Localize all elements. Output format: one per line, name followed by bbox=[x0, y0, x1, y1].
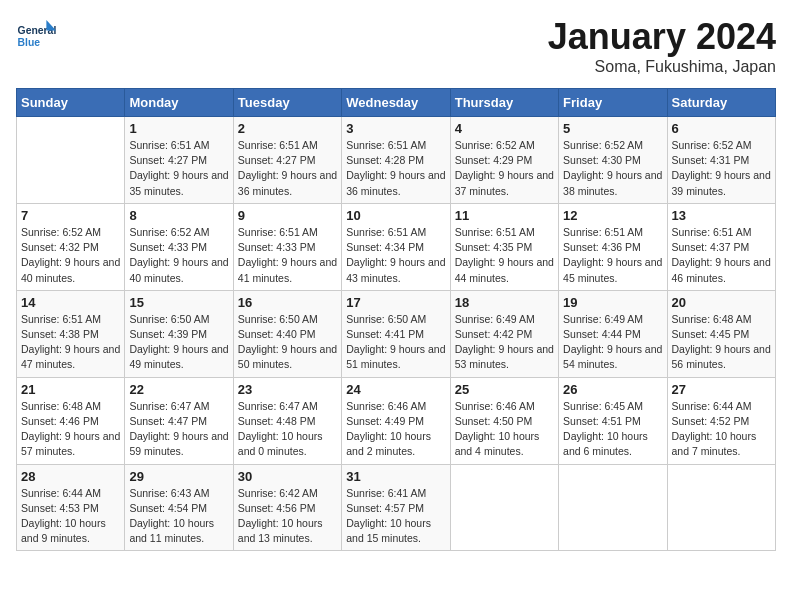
calendar-cell: 14Sunrise: 6:51 AMSunset: 4:38 PMDayligh… bbox=[17, 290, 125, 377]
header-tuesday: Tuesday bbox=[233, 89, 341, 117]
day-info: Sunrise: 6:44 AMSunset: 4:53 PMDaylight:… bbox=[21, 486, 120, 547]
day-number: 6 bbox=[672, 121, 771, 136]
calendar-cell: 28Sunrise: 6:44 AMSunset: 4:53 PMDayligh… bbox=[17, 464, 125, 551]
day-info: Sunrise: 6:52 AMSunset: 4:33 PMDaylight:… bbox=[129, 225, 228, 286]
day-info: Sunrise: 6:52 AMSunset: 4:31 PMDaylight:… bbox=[672, 138, 771, 199]
month-title: January 2024 bbox=[548, 16, 776, 58]
calendar-week-1: 1Sunrise: 6:51 AMSunset: 4:27 PMDaylight… bbox=[17, 117, 776, 204]
day-number: 15 bbox=[129, 295, 228, 310]
day-number: 3 bbox=[346, 121, 445, 136]
header-monday: Monday bbox=[125, 89, 233, 117]
day-number: 25 bbox=[455, 382, 554, 397]
calendar-cell bbox=[450, 464, 558, 551]
svg-text:Blue: Blue bbox=[18, 37, 41, 48]
calendar-week-4: 21Sunrise: 6:48 AMSunset: 4:46 PMDayligh… bbox=[17, 377, 776, 464]
header-sunday: Sunday bbox=[17, 89, 125, 117]
calendar-week-2: 7Sunrise: 6:52 AMSunset: 4:32 PMDaylight… bbox=[17, 203, 776, 290]
day-info: Sunrise: 6:50 AMSunset: 4:39 PMDaylight:… bbox=[129, 312, 228, 373]
title-block: January 2024 Soma, Fukushima, Japan bbox=[548, 16, 776, 76]
day-number: 12 bbox=[563, 208, 662, 223]
day-info: Sunrise: 6:44 AMSunset: 4:52 PMDaylight:… bbox=[672, 399, 771, 460]
day-number: 19 bbox=[563, 295, 662, 310]
calendar-week-5: 28Sunrise: 6:44 AMSunset: 4:53 PMDayligh… bbox=[17, 464, 776, 551]
day-number: 27 bbox=[672, 382, 771, 397]
logo: General Blue bbox=[16, 16, 60, 56]
calendar-table: Sunday Monday Tuesday Wednesday Thursday… bbox=[16, 88, 776, 551]
calendar-cell: 29Sunrise: 6:43 AMSunset: 4:54 PMDayligh… bbox=[125, 464, 233, 551]
day-info: Sunrise: 6:43 AMSunset: 4:54 PMDaylight:… bbox=[129, 486, 228, 547]
day-info: Sunrise: 6:51 AMSunset: 4:35 PMDaylight:… bbox=[455, 225, 554, 286]
day-info: Sunrise: 6:51 AMSunset: 4:37 PMDaylight:… bbox=[672, 225, 771, 286]
calendar-cell: 22Sunrise: 6:47 AMSunset: 4:47 PMDayligh… bbox=[125, 377, 233, 464]
calendar-cell: 10Sunrise: 6:51 AMSunset: 4:34 PMDayligh… bbox=[342, 203, 450, 290]
day-info: Sunrise: 6:51 AMSunset: 4:33 PMDaylight:… bbox=[238, 225, 337, 286]
calendar-cell: 21Sunrise: 6:48 AMSunset: 4:46 PMDayligh… bbox=[17, 377, 125, 464]
calendar-cell: 9Sunrise: 6:51 AMSunset: 4:33 PMDaylight… bbox=[233, 203, 341, 290]
calendar-cell: 18Sunrise: 6:49 AMSunset: 4:42 PMDayligh… bbox=[450, 290, 558, 377]
day-info: Sunrise: 6:48 AMSunset: 4:45 PMDaylight:… bbox=[672, 312, 771, 373]
day-number: 5 bbox=[563, 121, 662, 136]
calendar-cell: 23Sunrise: 6:47 AMSunset: 4:48 PMDayligh… bbox=[233, 377, 341, 464]
day-info: Sunrise: 6:52 AMSunset: 4:29 PMDaylight:… bbox=[455, 138, 554, 199]
day-info: Sunrise: 6:45 AMSunset: 4:51 PMDaylight:… bbox=[563, 399, 662, 460]
calendar-cell: 30Sunrise: 6:42 AMSunset: 4:56 PMDayligh… bbox=[233, 464, 341, 551]
calendar-cell: 26Sunrise: 6:45 AMSunset: 4:51 PMDayligh… bbox=[559, 377, 667, 464]
day-number: 29 bbox=[129, 469, 228, 484]
day-number: 24 bbox=[346, 382, 445, 397]
day-number: 31 bbox=[346, 469, 445, 484]
day-number: 14 bbox=[21, 295, 120, 310]
day-number: 26 bbox=[563, 382, 662, 397]
day-number: 22 bbox=[129, 382, 228, 397]
day-info: Sunrise: 6:51 AMSunset: 4:34 PMDaylight:… bbox=[346, 225, 445, 286]
calendar-cell: 6Sunrise: 6:52 AMSunset: 4:31 PMDaylight… bbox=[667, 117, 775, 204]
day-info: Sunrise: 6:52 AMSunset: 4:30 PMDaylight:… bbox=[563, 138, 662, 199]
day-info: Sunrise: 6:50 AMSunset: 4:41 PMDaylight:… bbox=[346, 312, 445, 373]
calendar-cell: 7Sunrise: 6:52 AMSunset: 4:32 PMDaylight… bbox=[17, 203, 125, 290]
day-info: Sunrise: 6:42 AMSunset: 4:56 PMDaylight:… bbox=[238, 486, 337, 547]
day-number: 18 bbox=[455, 295, 554, 310]
day-info: Sunrise: 6:47 AMSunset: 4:48 PMDaylight:… bbox=[238, 399, 337, 460]
day-number: 11 bbox=[455, 208, 554, 223]
day-info: Sunrise: 6:49 AMSunset: 4:44 PMDaylight:… bbox=[563, 312, 662, 373]
calendar-cell: 17Sunrise: 6:50 AMSunset: 4:41 PMDayligh… bbox=[342, 290, 450, 377]
header-wednesday: Wednesday bbox=[342, 89, 450, 117]
calendar-cell: 2Sunrise: 6:51 AMSunset: 4:27 PMDaylight… bbox=[233, 117, 341, 204]
day-info: Sunrise: 6:47 AMSunset: 4:47 PMDaylight:… bbox=[129, 399, 228, 460]
day-info: Sunrise: 6:51 AMSunset: 4:27 PMDaylight:… bbox=[238, 138, 337, 199]
logo-icon: General Blue bbox=[16, 16, 56, 56]
day-info: Sunrise: 6:41 AMSunset: 4:57 PMDaylight:… bbox=[346, 486, 445, 547]
calendar-cell: 20Sunrise: 6:48 AMSunset: 4:45 PMDayligh… bbox=[667, 290, 775, 377]
header-thursday: Thursday bbox=[450, 89, 558, 117]
day-number: 17 bbox=[346, 295, 445, 310]
day-info: Sunrise: 6:46 AMSunset: 4:49 PMDaylight:… bbox=[346, 399, 445, 460]
day-number: 10 bbox=[346, 208, 445, 223]
header-friday: Friday bbox=[559, 89, 667, 117]
day-number: 13 bbox=[672, 208, 771, 223]
calendar-cell: 27Sunrise: 6:44 AMSunset: 4:52 PMDayligh… bbox=[667, 377, 775, 464]
day-info: Sunrise: 6:50 AMSunset: 4:40 PMDaylight:… bbox=[238, 312, 337, 373]
calendar-cell: 8Sunrise: 6:52 AMSunset: 4:33 PMDaylight… bbox=[125, 203, 233, 290]
calendar-week-3: 14Sunrise: 6:51 AMSunset: 4:38 PMDayligh… bbox=[17, 290, 776, 377]
day-number: 23 bbox=[238, 382, 337, 397]
day-info: Sunrise: 6:48 AMSunset: 4:46 PMDaylight:… bbox=[21, 399, 120, 460]
header-saturday: Saturday bbox=[667, 89, 775, 117]
day-info: Sunrise: 6:46 AMSunset: 4:50 PMDaylight:… bbox=[455, 399, 554, 460]
calendar-cell: 15Sunrise: 6:50 AMSunset: 4:39 PMDayligh… bbox=[125, 290, 233, 377]
calendar-cell: 12Sunrise: 6:51 AMSunset: 4:36 PMDayligh… bbox=[559, 203, 667, 290]
calendar-cell bbox=[17, 117, 125, 204]
calendar-cell: 3Sunrise: 6:51 AMSunset: 4:28 PMDaylight… bbox=[342, 117, 450, 204]
day-info: Sunrise: 6:49 AMSunset: 4:42 PMDaylight:… bbox=[455, 312, 554, 373]
day-number: 1 bbox=[129, 121, 228, 136]
day-number: 30 bbox=[238, 469, 337, 484]
day-info: Sunrise: 6:51 AMSunset: 4:36 PMDaylight:… bbox=[563, 225, 662, 286]
calendar-cell bbox=[667, 464, 775, 551]
day-number: 4 bbox=[455, 121, 554, 136]
day-info: Sunrise: 6:51 AMSunset: 4:27 PMDaylight:… bbox=[129, 138, 228, 199]
calendar-cell: 13Sunrise: 6:51 AMSunset: 4:37 PMDayligh… bbox=[667, 203, 775, 290]
day-number: 28 bbox=[21, 469, 120, 484]
calendar-cell: 16Sunrise: 6:50 AMSunset: 4:40 PMDayligh… bbox=[233, 290, 341, 377]
page-header: General Blue January 2024 Soma, Fukushim… bbox=[16, 16, 776, 76]
day-info: Sunrise: 6:52 AMSunset: 4:32 PMDaylight:… bbox=[21, 225, 120, 286]
calendar-cell: 5Sunrise: 6:52 AMSunset: 4:30 PMDaylight… bbox=[559, 117, 667, 204]
calendar-cell bbox=[559, 464, 667, 551]
